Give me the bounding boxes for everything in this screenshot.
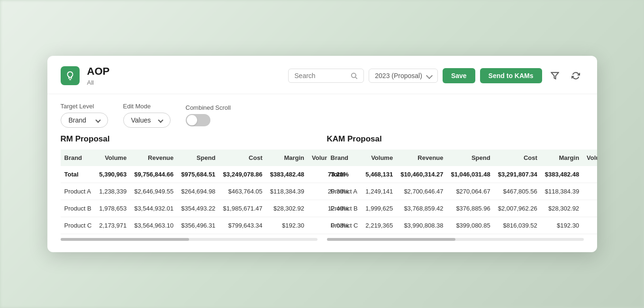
cell-volume-split: 73.29% <box>583 166 597 183</box>
cell-margin: $192.30 <box>541 217 583 234</box>
search-input[interactable] <box>294 72 346 79</box>
rm-col-volume: Volume <box>95 150 130 166</box>
cell-cost: $1,985,671.47 <box>219 200 266 217</box>
cell-cost: $3,249,078.86 <box>219 166 266 183</box>
cell-margin: $28,302.92 <box>266 200 308 217</box>
refresh-button[interactable] <box>568 68 584 84</box>
combined-scroll-toggle[interactable] <box>186 114 210 126</box>
rm-proposal-table: Brand Volume Revenue Spend Cost Margin V… <box>61 150 353 234</box>
year-selector[interactable]: 2023 (Proposal) <box>369 69 438 83</box>
cell-cost: $463,764.05 <box>219 183 266 200</box>
cell-spend: $354,493.22 <box>177 200 219 217</box>
rm-col-cost: Cost <box>219 150 266 166</box>
cell-volume: 5,390,963 <box>95 166 130 183</box>
kam-col-volume: Volume <box>362 150 397 166</box>
cell-margin: $383,482.48 <box>266 166 308 183</box>
cell-brand: Product B <box>327 200 362 217</box>
rm-proposal-title: RM Proposal <box>61 134 317 144</box>
cell-volume: 1,238,339 <box>95 183 130 200</box>
target-level-label: Target Level <box>61 103 108 110</box>
cell-brand: Product C <box>327 217 362 234</box>
controls-row: Target Level Brand Edit Mode Values Comb… <box>47 94 597 134</box>
svg-point-0 <box>352 73 356 78</box>
cell-revenue: $9,756,844.66 <box>130 166 177 183</box>
cell-margin: $118,384.39 <box>541 183 583 200</box>
kam-table-header-row: Brand Volume Revenue Spend Cost Margin V… <box>327 150 597 166</box>
cell-brand: Total <box>327 166 362 183</box>
cell-spend: $399,080.85 <box>447 217 494 234</box>
cell-brand: Product A <box>327 183 362 200</box>
send-to-kams-button[interactable]: Send to KAMs <box>480 68 542 83</box>
cell-spend: $356,496.31 <box>177 217 219 234</box>
svg-marker-2 <box>551 72 558 79</box>
cell-revenue: $2,700,646.47 <box>397 183 447 200</box>
search-icon <box>350 72 358 79</box>
app-title: AOP <box>87 65 281 78</box>
chevron-down-icon <box>95 117 100 123</box>
kam-col-revenue: Revenue <box>397 150 447 166</box>
cell-brand: Product C <box>61 217 96 234</box>
cell-spend: $264,694.98 <box>177 183 219 200</box>
cell-cost: $3,291,807.34 <box>494 166 541 183</box>
cell-volume-split: 0.03% <box>583 217 597 234</box>
cell-revenue: $2,646,949.55 <box>130 183 177 200</box>
kam-scrollbar-track[interactable] <box>327 238 584 241</box>
search-box[interactable] <box>288 69 364 83</box>
tables-container: RM Proposal Brand Volume Revenue Spend C… <box>47 134 597 252</box>
table-row: Product B 1,999,625 $3,768,859.42 $376,8… <box>327 200 597 217</box>
table-row: Product A 1,249,141 $2,700,646.47 $270,0… <box>327 183 597 200</box>
modal-container: AOP All 2023 (Proposal) Save Send to KAM… <box>47 56 597 252</box>
title-group: AOP All <box>87 65 281 86</box>
cell-volume-split: 29.39% <box>583 183 597 200</box>
cell-revenue: $10,460,314.27 <box>397 166 447 183</box>
chevron-down-icon <box>158 117 163 123</box>
cell-margin: $192.30 <box>266 217 308 234</box>
cell-revenue: $3,564,963.10 <box>130 217 177 234</box>
cell-revenue: $3,768,859.42 <box>397 200 447 217</box>
target-level-value: Brand <box>69 116 86 124</box>
rm-col-brand: Brand <box>61 150 96 166</box>
cell-cost: $467,805.56 <box>494 183 541 200</box>
aop-icon <box>65 70 75 81</box>
cell-volume: 5,468,131 <box>362 166 397 183</box>
cell-margin: $28,302.92 <box>541 200 583 217</box>
kam-proposal-table: Brand Volume Revenue Spend Cost Margin V… <box>327 150 597 234</box>
table-row: Product C 2,219,365 $3,990,808.38 $399,0… <box>327 217 597 234</box>
rm-col-revenue: Revenue <box>130 150 177 166</box>
table-row: Total 5,390,963 $9,756,844.66 $975,684.5… <box>61 166 353 183</box>
edit-mode-dropdown[interactable]: Values <box>123 113 171 128</box>
table-row: Product A 1,238,339 $2,646,949.55 $264,6… <box>61 183 353 200</box>
chevron-down-icon <box>426 72 433 79</box>
rm-col-spend: Spend <box>177 150 219 166</box>
rm-scrollbar-track[interactable] <box>61 238 317 241</box>
modal-header: AOP All 2023 (Proposal) Save Send to KAM… <box>47 56 597 94</box>
kam-scrollbar-thumb[interactable] <box>327 238 455 241</box>
cell-volume: 2,173,971 <box>95 217 130 234</box>
rm-scrollbar-thumb[interactable] <box>61 238 189 241</box>
cell-volume: 1,249,141 <box>362 183 397 200</box>
kam-col-brand: Brand <box>327 150 362 166</box>
cell-margin: $383,482.48 <box>541 166 583 183</box>
rm-col-margin: Margin <box>266 150 308 166</box>
table-row: Total 5,468,131 $10,460,314.27 $1,046,03… <box>327 166 597 183</box>
app-icon <box>61 66 80 85</box>
cell-margin: $118,384.39 <box>266 183 308 200</box>
cell-volume: 1,999,625 <box>362 200 397 217</box>
cell-spend: $270,064.67 <box>447 183 494 200</box>
cell-brand: Product B <box>61 200 96 217</box>
combined-scroll-group: Combined Scroll <box>186 104 231 126</box>
edit-mode-label: Edit Mode <box>123 103 171 110</box>
rm-table-header-row: Brand Volume Revenue Spend Cost Margin V… <box>61 150 353 166</box>
cell-volume: 1,978,653 <box>95 200 130 217</box>
cell-revenue: $3,544,932.01 <box>130 200 177 217</box>
kam-col-volume-split: Volume Split <box>583 150 597 166</box>
filter-button[interactable] <box>547 68 563 84</box>
table-row: Product B 1,978,653 $3,544,932.01 $354,4… <box>61 200 353 217</box>
save-button[interactable]: Save <box>443 68 475 83</box>
filter-icon <box>551 71 559 80</box>
cell-brand: Total <box>61 166 96 183</box>
target-level-dropdown[interactable]: Brand <box>61 113 108 128</box>
cell-cost: $816,039.52 <box>494 217 541 234</box>
combined-scroll-label: Combined Scroll <box>186 104 231 111</box>
refresh-icon <box>571 71 580 80</box>
